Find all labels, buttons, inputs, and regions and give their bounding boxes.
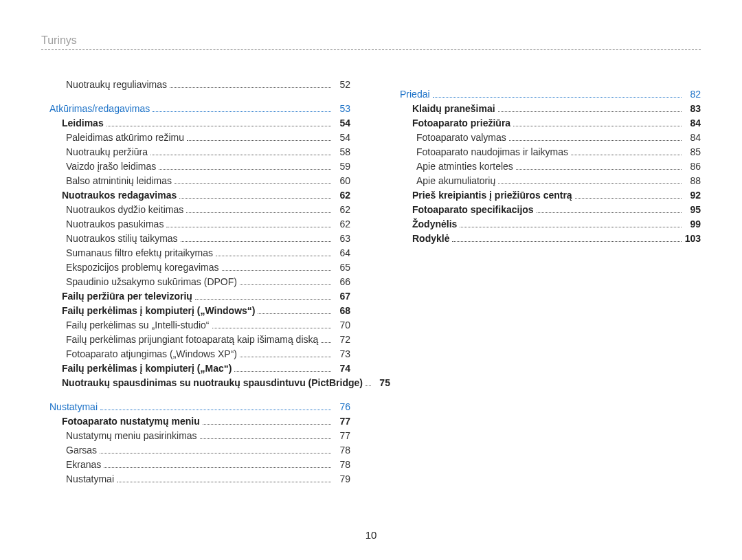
toc-entry[interactable]: Apie atminties korteles86: [392, 159, 701, 174]
toc-entry[interactable]: Fotoaparato valymas84: [392, 131, 701, 145]
toc-leader: [181, 241, 331, 242]
toc-entry[interactable]: Žodynėlis99: [392, 217, 701, 232]
toc-leader: [100, 453, 331, 453]
toc-entry[interactable]: Failų perkėlimas į kompiuterį („Mac“)74: [41, 361, 350, 376]
toc-page: 58: [334, 145, 350, 159]
toc-entry[interactable]: Leidimas54: [41, 116, 350, 131]
toc-entry[interactable]: Priedai82: [392, 87, 701, 102]
toc-entry[interactable]: Nuotraukos dydžio keitimas62: [41, 203, 350, 217]
toc-entry[interactable]: Nuotraukos redagavimas62: [41, 188, 350, 203]
toc-label: Sumanaus filtro efektų pritaikymas: [66, 246, 213, 260]
toc-entry[interactable]: Nustatymai79: [41, 472, 350, 486]
toc-page: 74: [334, 361, 350, 376]
toc-leader: [212, 328, 331, 328]
toc-leader: [153, 111, 331, 112]
toc-entry[interactable]: Nuotraukos stilių taikymas63: [41, 232, 350, 246]
toc-entry[interactable]: Fotoaparato specifikacijos95: [392, 203, 701, 217]
toc-page: 62: [334, 188, 350, 203]
toc-label: Fotoaparato specifikacijos: [412, 203, 534, 217]
toc-page: 99: [684, 217, 701, 232]
toc-entry[interactable]: Ekranas78: [41, 458, 350, 472]
toc-page: 82: [684, 87, 701, 102]
toc-label: Nuotraukos redagavimas: [62, 188, 177, 203]
toc-entry[interactable]: Spaudinio užsakymo sukūrimas (DPOF)66: [41, 275, 350, 289]
toc-label: Nuotraukų spausdinimas su nuotraukų spau…: [62, 376, 363, 390]
toc-label: Fotoaparato valymas: [416, 131, 506, 145]
toc-entry[interactable]: Nustatymų meniu pasirinkimas77: [41, 429, 350, 443]
toc-columns: Nuotraukų reguliavimas52Atkūrimas/redaga…: [41, 78, 701, 486]
toc-entry[interactable]: Nuotraukos pasukimas62: [41, 217, 350, 232]
toc-page: 54: [334, 131, 350, 145]
toc-label: Failų perkėlimas prijungiant fotoaparatą…: [66, 333, 318, 347]
toc-label: Klaidų pranešimai: [412, 102, 495, 116]
toc-page: 95: [684, 203, 701, 217]
toc-entry[interactable]: Fotoaparato priežiūra84: [392, 116, 701, 131]
toc-label: Žodynėlis: [412, 217, 457, 232]
toc-leader: [195, 299, 331, 300]
header-divider: [41, 49, 701, 50]
toc-label: Nuotraukų reguliavimas: [66, 78, 167, 92]
toc-label: Priedai: [400, 87, 430, 102]
toc-leader: [498, 183, 682, 184]
toc-leader: [575, 198, 682, 199]
toc-entry[interactable]: Sumanaus filtro efektų pritaikymas64: [41, 246, 350, 260]
toc-leader: [258, 313, 331, 314]
toc-page: 53: [334, 102, 350, 116]
toc-entry[interactable]: Nuotraukų peržiūra58: [41, 145, 350, 159]
toc-entry[interactable]: Fotoaparato atjungimas („Windows XP“)73: [41, 347, 350, 361]
toc-page: 103: [684, 232, 701, 246]
toc-entry[interactable]: Garsas78: [41, 443, 350, 458]
toc-label: Spaudinio užsakymo sukūrimas (DPOF): [66, 275, 237, 289]
toc-entry[interactable]: Atkūrimas/redagavimas53: [41, 102, 350, 116]
toc-page: 73: [334, 347, 350, 361]
toc-leader: [100, 410, 331, 410]
toc-entry[interactable]: Vaizdo įrašo leidimas59: [41, 159, 350, 174]
toc-leader: [159, 169, 331, 170]
toc-entry[interactable]: Nuotraukų spausdinimas su nuotraukų spau…: [41, 376, 350, 390]
toc-leader: [537, 212, 682, 213]
page-header: Turinys: [41, 34, 701, 50]
toc-entry[interactable]: Apie akumuliatorių88: [392, 174, 701, 188]
toc-page: 65: [334, 260, 350, 275]
toc-entry[interactable]: Ekspozicijos problemų koregavimas65: [41, 260, 350, 275]
toc-page: 83: [684, 102, 701, 116]
toc-entry[interactable]: Nuotraukų reguliavimas52: [41, 78, 350, 92]
toc-leader: [117, 482, 331, 482]
toc-entry[interactable]: Failų perkėlimas į kompiuterį („Windows“…: [41, 304, 350, 318]
toc-entry[interactable]: Failų perkėlimas su „Intelli-studio“70: [41, 318, 350, 333]
toc-leader: [234, 371, 331, 372]
toc-label: Fotoaparato nustatymų meniu: [62, 414, 200, 429]
toc-label: Nuotraukos dydžio keitimas: [66, 203, 183, 217]
toc-label: Garsas: [66, 443, 97, 458]
toc-column-right: Priedai82Klaidų pranešimai83Fotoaparato …: [392, 78, 701, 486]
toc-label: Apie akumuliatorių: [416, 174, 495, 188]
toc-label: Ekspozicijos problemų koregavimas: [66, 260, 219, 275]
toc-page: 64: [334, 246, 350, 260]
toc-page: 72: [334, 333, 350, 347]
toc-entry[interactable]: Nustatymai76: [41, 400, 350, 414]
toc-leader: [187, 140, 331, 141]
toc-page: 62: [334, 203, 350, 217]
toc-leader: [104, 467, 331, 468]
toc-label: Balso atmintinių leidimas: [66, 174, 172, 188]
toc-entry[interactable]: Paleidimas atkūrimo režimu54: [41, 131, 350, 145]
toc-label: Rodyklė: [412, 232, 449, 246]
toc-entry[interactable]: Failų peržiūra per televizorių67: [41, 289, 350, 304]
toc-label: Vaizdo įrašo leidimas: [66, 159, 156, 174]
toc-page: 52: [334, 78, 350, 92]
toc-page: 78: [334, 443, 350, 458]
toc-page: 77: [334, 414, 350, 429]
toc-entry[interactable]: Failų perkėlimas prijungiant fotoaparatą…: [41, 333, 350, 347]
toc-label: Nuotraukų peržiūra: [66, 145, 148, 159]
toc-leader: [216, 256, 331, 256]
toc-entry[interactable]: Fotoaparato nustatymų meniu77: [41, 414, 350, 429]
toc-entry[interactable]: Fotoaparato naudojimas ir laikymas85: [392, 145, 701, 159]
toc-label: Fotoaparato atjungimas („Windows XP“): [66, 347, 237, 361]
toc-leader: [452, 241, 682, 242]
toc-entry[interactable]: Prieš kreipiantis į priežiūros centrą92: [392, 188, 701, 203]
toc-label: Ekranas: [66, 458, 101, 472]
toc-leader: [203, 424, 331, 425]
toc-entry[interactable]: Klaidų pranešimai83: [392, 102, 701, 116]
toc-entry[interactable]: Rodyklė103: [392, 232, 701, 246]
toc-entry[interactable]: Balso atmintinių leidimas60: [41, 174, 350, 188]
